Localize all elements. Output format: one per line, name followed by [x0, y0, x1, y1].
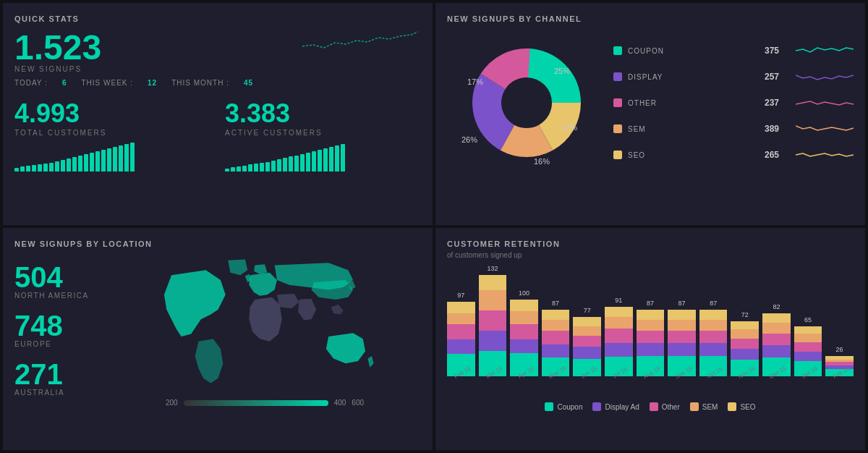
bar-segment	[762, 313, 791, 323]
channel-sparkline	[796, 42, 854, 59]
location-number: 504	[14, 263, 101, 292]
bar-segment	[699, 343, 728, 356]
bar-group: 72Nov 15	[731, 321, 759, 376]
bar-segment	[605, 307, 633, 317]
gradient-bar	[184, 400, 328, 406]
bar-segment	[794, 334, 822, 342]
legend-channel-value: 375	[765, 46, 790, 56]
bar-segment	[637, 320, 665, 331]
bar-segment	[479, 310, 507, 331]
bar-group: 82Dec 15	[762, 313, 791, 376]
bar-segment	[542, 320, 570, 331]
legend-row: OTHER237	[613, 94, 854, 111]
bar-total-label: 132	[487, 265, 498, 272]
bar-segment	[510, 324, 538, 339]
legend-color-dot	[613, 46, 622, 55]
legend-channel-value: 257	[765, 72, 790, 82]
bar-segment	[699, 331, 728, 343]
bar-item	[294, 156, 299, 172]
bar-group: 87Aug 15	[637, 310, 665, 376]
bar-item	[119, 145, 123, 172]
bar-segment	[510, 300, 538, 311]
bar-item	[90, 153, 94, 172]
bar-group: 87May 15	[542, 310, 570, 376]
quick-stats-panel: QUICK STATS 1.523 NEW SIGNUPS TODAY : 6 …	[3, 3, 433, 225]
location-title: NEW SIGNUPS BY LOCATION	[14, 240, 421, 248]
legend-channel-label: OTHER	[628, 99, 759, 107]
bar-segment	[605, 329, 633, 342]
bar-group: 97Feb 15	[447, 302, 475, 376]
bar-segment	[731, 349, 759, 360]
bar-item	[283, 158, 287, 172]
bar-group: 87Sep 15	[668, 310, 696, 376]
bar-segment	[668, 320, 696, 331]
location-number: 271	[14, 360, 101, 389]
bar-segment	[668, 343, 696, 356]
month-value: 45	[244, 79, 253, 87]
stacked-bar	[637, 310, 665, 376]
bar-segment	[510, 339, 538, 353]
bar-segment	[668, 310, 696, 320]
bar-group: 65Jan 16	[794, 326, 822, 376]
bar-item	[55, 161, 59, 172]
bar-item	[289, 156, 293, 172]
bar-segment	[637, 310, 665, 320]
location-content: 504NORTH AMERICA748EUROPE271AUSTRALIA	[14, 255, 421, 407]
bar-total-label: 77	[584, 307, 591, 314]
channel-sparkline	[796, 94, 854, 111]
map-area: 200 400 600	[109, 255, 421, 407]
pie-chart	[454, 30, 599, 175]
bar-item	[260, 163, 264, 172]
legend-channel-label: SEM	[628, 125, 759, 133]
bar-item	[329, 147, 333, 172]
retention-legend-dot	[650, 402, 658, 411]
stacked-bar	[699, 310, 728, 376]
world-map	[142, 255, 388, 393]
bar-segment	[605, 343, 633, 357]
stacked-bar	[479, 275, 507, 376]
bar-item	[231, 167, 235, 172]
bar-item	[26, 166, 30, 172]
signups-by-location-panel: NEW SIGNUPS BY LOCATION 504NORTH AMERICA…	[3, 228, 433, 450]
bar-segment	[794, 352, 822, 362]
bar-segment	[447, 324, 475, 339]
stacked-bar	[510, 300, 538, 376]
bar-total-label: 65	[804, 316, 812, 323]
bar-item	[130, 143, 135, 172]
bar-segment	[699, 320, 728, 331]
bar-item	[306, 153, 310, 172]
active-customers-bars	[225, 143, 421, 172]
pie-slice	[527, 48, 581, 103]
legend-color-dot	[613, 124, 622, 133]
retention-legend-label: Coupon	[557, 403, 582, 411]
bar-segment	[731, 329, 759, 339]
bar-item	[95, 151, 100, 172]
retention-legend-label: Display Ad	[605, 403, 639, 411]
bar-item	[271, 161, 276, 172]
bar-item	[237, 166, 241, 172]
bar-group: 87Oct 15	[699, 310, 728, 376]
bar-item	[254, 164, 258, 172]
retention-legend-item: Other	[650, 402, 680, 411]
bar-item	[84, 154, 88, 172]
bar-item	[242, 166, 247, 172]
bar-segment	[699, 310, 728, 320]
bar-item	[248, 164, 252, 172]
metrics-row: 4.993 TOTAL CUSTOMERS 3.383 ACTIVE CUSTO…	[14, 98, 421, 172]
legend-color-dot	[613, 72, 622, 81]
today-label: TODAY :	[14, 79, 48, 87]
legend-row: DISPLAY257	[613, 68, 854, 85]
bar-total-label: 82	[773, 303, 780, 310]
location-label: NORTH AMERICA	[14, 292, 101, 300]
total-customers-metric: 4.993 TOTAL CUSTOMERS	[14, 98, 210, 172]
legend-channel-value: 237	[765, 98, 790, 108]
bar-segment	[794, 326, 822, 334]
retention-legend-dot	[592, 402, 601, 411]
stacked-bar	[447, 302, 475, 376]
bar-segment	[573, 347, 601, 358]
bar-total-label: 87	[678, 300, 686, 307]
bar-group: 91Jul 15	[605, 307, 633, 377]
retention-subtitle: of customers signed up	[447, 251, 854, 259]
active-customers-label: ACTIVE CUSTOMERS	[225, 129, 421, 137]
bar-segment	[510, 311, 538, 324]
